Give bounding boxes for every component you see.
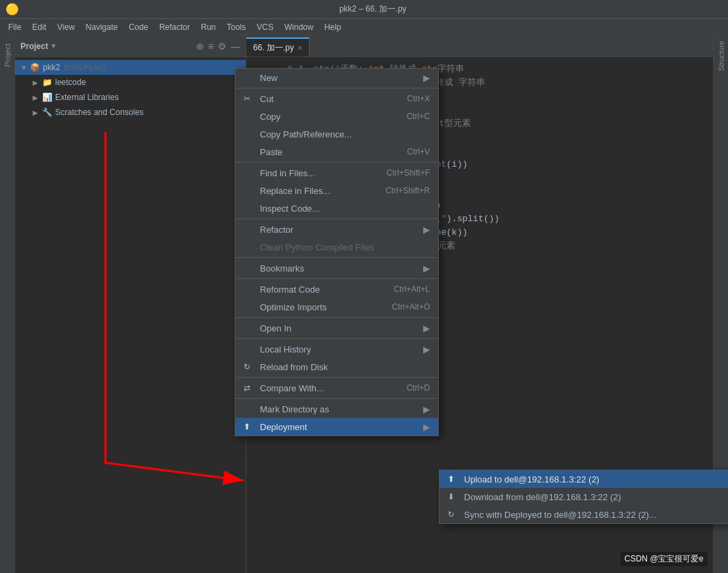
ctx-deployment[interactable]: ⬆ Deployment ▶ [235, 418, 438, 436]
ctx-find-in-files[interactable]: Find in Files... Ctrl+Shift+F [235, 164, 438, 182]
sidebar-tab-structure[interactable]: Structure [716, 35, 727, 77]
deployment-download[interactable]: ⬇ Download from dell@192.168.1.3:22 (2) [440, 488, 728, 506]
ctx-copy[interactable]: Copy Ctrl+C [235, 108, 438, 125]
deployment-upload[interactable]: ⬆ Upload to dell@192.168.1.3:22 (2) [440, 470, 728, 488]
tab-bar: 66. 加一.py × [246, 35, 713, 57]
project-tree: ▼ 📦 pkk2 D:\NLP\pkk2 ▶ 📁 leetcode ▶ 📊 Ex… [15, 57, 246, 573]
ctx-find-in-files-label: Find in Files... [260, 168, 315, 178]
tree-label-pkk2: pkk2 [43, 63, 60, 72]
app-logo: 🟡 [5, 3, 19, 16]
upload-icon: ⬆ [448, 474, 461, 484]
ctx-bookmarks[interactable]: Bookmarks ▶ [235, 259, 438, 277]
ctx-new-label: New [260, 73, 278, 83]
menu-help[interactable]: Help [319, 19, 347, 35]
expand-arrow-scratches: ▶ [33, 109, 42, 116]
tab-active[interactable]: 66. 加一.py × [246, 37, 310, 56]
deployment-upload-label: Upload to dell@192.168.1.3:22 (2) [464, 474, 599, 485]
menu-refactor[interactable]: Refactor [154, 19, 195, 35]
title-bar: 🟡 pkk2 – 66. 加一.py [0, 0, 728, 19]
refactor-submenu-arrow: ▶ [423, 225, 430, 235]
expand-arrow-leetcode: ▶ [33, 79, 42, 86]
external-libraries-icon: 📊 [42, 93, 52, 102]
reload-icon: ↻ [244, 362, 257, 372]
ctx-open-in[interactable]: Open In ▶ [235, 319, 438, 337]
ctx-sep-4 [235, 257, 438, 258]
bookmarks-submenu-arrow: ▶ [423, 263, 430, 274]
ctx-copy-path-label: Copy Path/Reference... [260, 129, 352, 140]
menu-window[interactable]: Window [279, 19, 319, 35]
menu-code[interactable]: Code [123, 19, 154, 35]
tab-close-button[interactable]: × [298, 44, 302, 52]
tree-item-pkk2[interactable]: ▼ 📦 pkk2 D:\NLP\pkk2 [15, 60, 246, 75]
expand-arrow-pkk2: ▼ [20, 64, 30, 71]
ctx-compare-label: Compare With... [260, 383, 324, 393]
ctx-paste-shortcut: Ctrl+V [407, 147, 430, 157]
tree-label-external-libraries: External Libraries [55, 93, 118, 102]
ctx-sep-3 [235, 218, 438, 219]
deployment-sync[interactable]: ↻ Sync with Deployed to dell@192.168.1.3… [440, 506, 728, 523]
ctx-sep-5 [235, 278, 438, 279]
menu-view[interactable]: View [52, 19, 80, 35]
ctx-reload-from-disk[interactable]: ↻ Reload from Disk [235, 358, 438, 376]
ctx-refactor[interactable]: Refactor ▶ [235, 220, 438, 238]
menu-navigate[interactable]: Navigate [80, 19, 123, 35]
tree-item-leetcode[interactable]: ▶ 📁 leetcode [15, 75, 246, 90]
tree-item-scratches[interactable]: ▶ 🔧 Scratches and Consoles [15, 105, 246, 120]
window-title: pkk2 – 66. 加一.py [340, 3, 407, 15]
mark-submenu-arrow: ▶ [423, 404, 430, 414]
menu-run[interactable]: Run [195, 19, 221, 35]
cut-icon: ✂ [244, 94, 257, 103]
tree-item-external-libraries[interactable]: ▶ 📊 External Libraries [15, 90, 246, 105]
watermark: CSDN @宝宝很可爱e [621, 552, 708, 566]
project-title: Project [20, 42, 48, 51]
ctx-paste[interactable]: Paste Ctrl+V [235, 143, 438, 161]
options-icon[interactable]: ⚙ [218, 41, 227, 52]
ctx-inspect-code[interactable]: Inspect Code... [235, 199, 438, 217]
ctx-cut[interactable]: ✂ Cut Ctrl+X [235, 90, 438, 108]
ctx-replace-label: Replace in Files... [260, 186, 330, 196]
ctx-sep-6 [235, 317, 438, 318]
ctx-mark-directory-as[interactable]: Mark Directory as ▶ [235, 400, 438, 418]
project-header: Project ▼ ⊕ ≡ ⚙ — [15, 35, 246, 57]
ctx-optimize-imports[interactable]: Optimize Imports Ctrl+Alt+O [235, 298, 438, 316]
ctx-reload-label: Reload from Disk [260, 362, 328, 372]
ctx-local-history[interactable]: Local History ▶ [235, 340, 438, 358]
ctx-copy-path[interactable]: Copy Path/Reference... [235, 125, 438, 143]
tab-label: 66. 加一.py [253, 42, 294, 54]
ctx-compare-with[interactable]: ⇄ Compare With... Ctrl+D [235, 379, 438, 397]
menu-edit[interactable]: Edit [27, 19, 52, 35]
project-header-icons: ⊕ ≡ ⚙ — [196, 41, 240, 52]
sidebar-tab-project[interactable]: Project [2, 38, 13, 72]
minimize-icon[interactable]: — [231, 41, 240, 52]
ctx-copy-shortcut: Ctrl+C [407, 112, 430, 121]
menu-file[interactable]: File [3, 19, 27, 35]
ctx-optimize-shortcut: Ctrl+Alt+O [392, 302, 430, 312]
folder-icon-leetcode: 📁 [42, 78, 52, 87]
deployment-download-label: Download from dell@192.168.1.3:22 (2) [464, 492, 621, 502]
menu-vcs[interactable]: VCS [251, 19, 279, 35]
collapse-icon[interactable]: ≡ [208, 41, 214, 52]
ctx-reformat-shortcut: Ctrl+Alt+L [394, 284, 430, 294]
download-icon: ⬇ [448, 492, 461, 502]
ctx-new[interactable]: New ▶ [235, 69, 438, 86]
ctx-sep-7 [235, 338, 438, 339]
left-sidebar-tab: Project [0, 35, 15, 573]
history-submenu-arrow: ▶ [423, 344, 430, 355]
ctx-inspect-label: Inspect Code... [260, 203, 319, 214]
ctx-optimize-label: Optimize Imports [260, 302, 327, 312]
expand-arrow-ext: ▶ [33, 94, 42, 101]
sync-icon: ↻ [448, 510, 461, 519]
ctx-reformat-code[interactable]: Reformat Code Ctrl+Alt+L [235, 280, 438, 298]
deployment-icon: ⬆ [244, 422, 257, 431]
locate-icon[interactable]: ⊕ [196, 41, 204, 52]
ctx-replace-in-files[interactable]: Replace in Files... Ctrl+Shift+R [235, 182, 438, 199]
ctx-clean-compiled: Clean Python Compiled Files [235, 238, 438, 256]
ctx-local-history-label: Local History [260, 344, 311, 355]
ctx-bookmarks-label: Bookmarks [260, 263, 304, 274]
ctx-compare-shortcut: Ctrl+D [407, 383, 430, 393]
ctx-replace-shortcut: Ctrl+Shift+R [386, 186, 430, 195]
open-in-submenu-arrow: ▶ [423, 323, 430, 333]
menu-tools[interactable]: Tools [221, 19, 251, 35]
ctx-sep-1 [235, 88, 438, 88]
project-dropdown-arrow[interactable]: ▼ [50, 42, 57, 50]
